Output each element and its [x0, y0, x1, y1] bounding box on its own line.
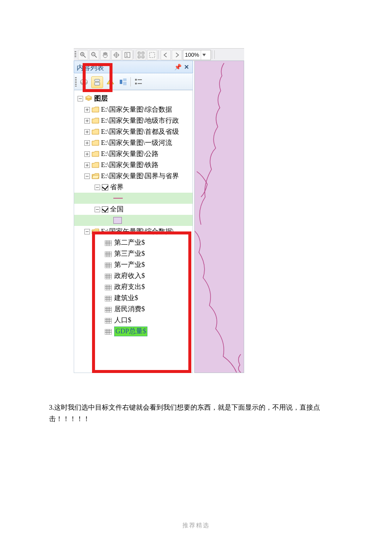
folder-icon — [92, 162, 99, 168]
folder-icon — [92, 129, 99, 135]
svg-rect-23 — [123, 82, 127, 85]
tree-table[interactable]: 政府支出$ — [74, 281, 193, 292]
zoom-layer-button[interactable] — [147, 50, 157, 60]
plus-icon[interactable] — [84, 140, 90, 146]
tree-table[interactable]: 第二产业$ — [74, 237, 193, 248]
toolbar-grip-icon — [75, 51, 76, 58]
plus-icon[interactable] — [84, 129, 90, 135]
svg-rect-13 — [142, 52, 144, 54]
svg-rect-27 — [138, 83, 142, 84]
fixed-zoom-button[interactable]: 1 — [122, 50, 133, 60]
tree-dataset-open[interactable]: E:\国家矢量图\综合数据\ — [74, 226, 193, 237]
tree-dataset[interactable]: E:\国家矢量图\公路 — [74, 148, 193, 159]
svg-rect-12 — [138, 52, 140, 54]
minus-icon[interactable] — [95, 185, 100, 190]
tree-layer[interactable]: 省界 — [74, 182, 193, 193]
svg-rect-63 — [105, 318, 112, 324]
list-selection-button[interactable] — [118, 76, 129, 87]
folder-icon — [92, 140, 99, 146]
table-icon — [105, 240, 112, 246]
full-extent-button[interactable] — [111, 50, 121, 60]
zoom-combo[interactable]: 100% — [183, 50, 211, 60]
pan-button[interactable] — [100, 50, 110, 60]
minus-icon[interactable] — [78, 96, 83, 101]
svg-point-18 — [81, 79, 87, 84]
plus-icon[interactable] — [84, 151, 90, 157]
tree-table[interactable]: 第三产业$ — [74, 248, 193, 259]
svg-rect-28 — [105, 240, 112, 246]
table-icon — [105, 329, 112, 334]
list-source-button[interactable] — [91, 76, 103, 88]
tree-root-label: 图层 — [94, 94, 108, 103]
dropdown-arrow-icon — [201, 50, 207, 60]
tree-dataset[interactable]: E:\国家矢量图\综合数据 — [74, 104, 193, 115]
tree-table[interactable]: 第一产业$ — [74, 259, 193, 270]
instruction-paragraph: 3.这时我们选中目标文件右键就会看到我们想要的东西，就是下面显示的，不用说，直接… — [49, 402, 343, 425]
dataset-label: E:\国家矢量图\综合数据\ — [101, 227, 174, 236]
table-icon — [105, 318, 112, 323]
tree-dataset[interactable]: E:\国家矢量图\首都及省级 — [74, 126, 193, 137]
svg-rect-24 — [135, 79, 137, 81]
table-label: 居民消费$ — [114, 305, 145, 314]
close-icon[interactable]: ✕ — [184, 64, 189, 70]
tree-root[interactable]: 图层 — [74, 93, 193, 104]
zoom-in-button[interactable] — [78, 50, 88, 60]
toolbar-separator — [214, 50, 215, 59]
layers-icon — [85, 95, 92, 102]
layer-label: 省界 — [110, 183, 124, 192]
svg-text:1: 1 — [126, 53, 128, 58]
next-extent-button[interactable] — [172, 50, 182, 60]
table-label: 建筑业$ — [114, 294, 138, 303]
tree-table[interactable]: 居民消费$ — [74, 304, 193, 315]
minus-icon[interactable] — [84, 173, 90, 179]
minus-icon[interactable] — [84, 229, 90, 234]
checkbox-icon[interactable] — [102, 206, 108, 213]
table-label: 第二产业$ — [114, 238, 145, 247]
prev-extent-button[interactable] — [161, 50, 171, 60]
tree-layer[interactable]: 全国 — [74, 204, 193, 215]
sub-grip-icon — [75, 77, 77, 87]
list-visibility-button[interactable] — [105, 76, 116, 87]
folder-open-icon — [92, 173, 99, 179]
legend-row — [74, 215, 193, 226]
table-label: 政府支出$ — [114, 283, 145, 292]
pin-icon[interactable]: 📌 — [174, 64, 182, 70]
dataset-label: E:\国家矢量图\地级市行政 — [101, 116, 179, 125]
zoom-selection-button[interactable] — [136, 50, 146, 60]
svg-rect-22 — [123, 78, 127, 81]
tree-table[interactable]: 建筑业$ — [74, 292, 193, 304]
svg-rect-16 — [150, 52, 155, 58]
table-label-selected: GDP总量$ — [114, 327, 147, 336]
table-icon — [105, 295, 112, 301]
plus-icon[interactable] — [84, 162, 90, 168]
tree-table[interactable]: 政府收入$ — [74, 270, 193, 281]
table-label: 政府收入$ — [114, 272, 145, 280]
svg-rect-53 — [105, 296, 112, 301]
svg-rect-26 — [135, 83, 137, 84]
plus-icon[interactable] — [84, 118, 90, 124]
table-icon — [105, 251, 112, 257]
dataset-label: E:\国家矢量图\一级河流 — [101, 139, 172, 147]
tree-dataset[interactable]: E:\国家矢量图\地级市行政 — [74, 115, 193, 126]
tree-table[interactable]: 人口$ — [74, 315, 193, 326]
dataset-label: E:\国家矢量图\综合数据 — [101, 105, 172, 114]
tree-table-selected[interactable]: GDP总量$ — [74, 326, 193, 337]
plus-icon[interactable] — [84, 107, 90, 113]
list-drawing-order-button[interactable] — [78, 76, 89, 87]
dataset-label: E:\国家矢量图\公路 — [101, 150, 159, 159]
tree-dataset[interactable]: E:\国家矢量图\一级河流 — [74, 137, 193, 148]
zoom-value: 100% — [183, 50, 201, 60]
toc-tree[interactable]: 图层 E:\国家矢量图\综合数据 E:\国家矢量图\地级市行政 E:\国家矢量图… — [74, 90, 193, 373]
zoom-out-button[interactable] — [89, 50, 99, 60]
table-label: 第一产业$ — [114, 260, 145, 269]
svg-rect-19 — [95, 79, 100, 81]
minus-icon[interactable] — [95, 207, 100, 212]
checkbox-icon[interactable] — [102, 184, 108, 191]
fill-swatch-icon — [113, 217, 122, 224]
tree-dataset-open[interactable]: E:\国家矢量图\国界与省界 — [74, 171, 193, 182]
dataset-label: E:\国家矢量图\首都及省级 — [101, 127, 179, 136]
options-button[interactable] — [133, 76, 144, 87]
map-canvas[interactable] — [194, 61, 244, 373]
toolbar-separator — [212, 50, 212, 59]
tree-dataset[interactable]: E:\国家矢量图\铁路 — [74, 159, 193, 171]
